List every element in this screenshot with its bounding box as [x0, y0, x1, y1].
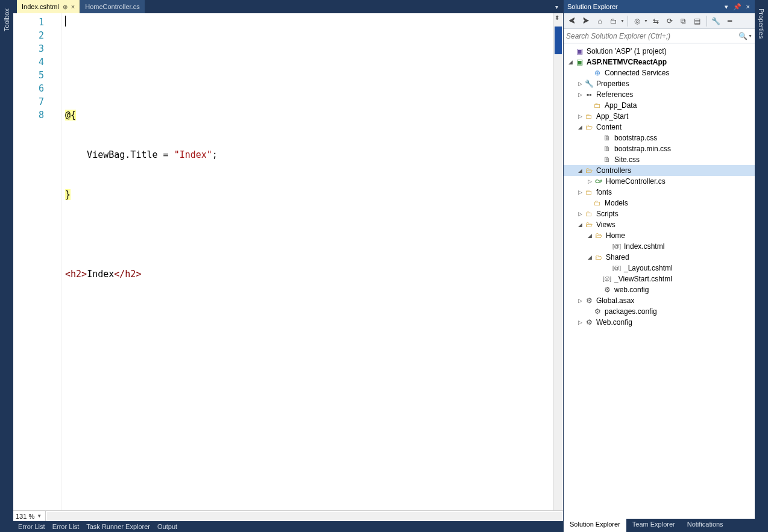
tree-models[interactable]: 🗀Models: [564, 198, 755, 208]
tree-views[interactable]: ◢🗁Views: [564, 219, 755, 230]
home-icon[interactable]: ⌂: [594, 15, 606, 27]
tab-task-runner[interactable]: Task Runner Explorer: [86, 523, 150, 530]
tab-error-list-2[interactable]: Error List: [52, 523, 80, 530]
zoom-selector[interactable]: 131 % ▼: [13, 511, 46, 521]
back-icon[interactable]: ⮜: [566, 15, 578, 27]
properties-tab[interactable]: Properties: [757, 5, 766, 42]
tab-output[interactable]: Output: [157, 523, 177, 530]
pin-icon[interactable]: 📌: [732, 3, 743, 11]
pin-icon[interactable]: ⊕: [63, 4, 68, 10]
panel-title-bar: Solution Explorer ▾ 📌 ×: [564, 0, 755, 13]
close-icon[interactable]: ×: [71, 3, 75, 10]
horizontal-scrollbar[interactable]: [47, 512, 562, 521]
panel-menu-icon[interactable]: ▾: [723, 3, 729, 11]
vertical-scrollbar[interactable]: ⬍: [553, 13, 563, 510]
tree-connected-services[interactable]: ⊕Connected Services: [564, 67, 755, 78]
refresh-icon[interactable]: ⟳: [664, 15, 676, 27]
tree-web-config[interactable]: ▷⚙Web.config: [564, 317, 755, 328]
tab-error-list[interactable]: Error List: [18, 523, 45, 530]
solution-tree[interactable]: ▣Solution 'ASP' (1 project) ◢▣ASP.NETMVC…: [564, 43, 755, 519]
right-sidebar: Properties: [755, 0, 768, 532]
tree-scripts[interactable]: ▷🗀Scripts: [564, 208, 755, 219]
tree-bootstrap-min-css[interactable]: 🗎bootstrap.min.css: [564, 143, 755, 154]
split-icon[interactable]: ⬍: [555, 14, 559, 21]
tree-viewstart[interactable]: [@]_ViewStart.cshtml: [564, 274, 755, 284]
line-number-gutter: 1 2 3 4 5 6 7 8: [13, 13, 61, 510]
tree-references[interactable]: ▷▪▪References: [564, 89, 755, 100]
tree-bootstrap-css[interactable]: 🗎bootstrap.css: [564, 133, 755, 143]
forward-icon[interactable]: ⮞: [580, 15, 592, 27]
text-cursor: [65, 16, 66, 27]
tab-team-explorer[interactable]: Team Explorer: [626, 519, 681, 532]
tree-properties[interactable]: ▷🔧Properties: [564, 78, 755, 89]
tab-solution-explorer[interactable]: Solution Explorer: [564, 519, 626, 532]
editor-area: Index.cshtml ⊕ × HomeController.cs ▾ 1 2…: [13, 0, 563, 532]
tree-global-asax[interactable]: ▷⚙Global.asax: [564, 295, 755, 306]
editor-bottom-bar: 131 % ▼: [13, 510, 563, 521]
tab-label: Index.cshtml: [22, 3, 59, 10]
panel-bottom-tabs: Solution Explorer Team Explorer Notifica…: [564, 519, 755, 532]
tree-project[interactable]: ◢▣ASP.NETMVCReactApp: [564, 57, 755, 67]
tree-solution[interactable]: ▣Solution 'ASP' (1 project): [564, 46, 755, 57]
panel-toolbar: ⮜ ⮞ ⌂ 🗀▼ ◎▼ ⇆ ⟳ ⧉ ▤ 🔧 ━: [564, 13, 755, 29]
tab-index-cshtml[interactable]: Index.cshtml ⊕ ×: [17, 0, 80, 13]
tree-controllers[interactable]: ◢🗁Controllers: [564, 165, 755, 176]
tree-webconfig-views[interactable]: ⚙web.config: [564, 284, 755, 295]
show-all-icon[interactable]: ▤: [691, 15, 703, 27]
tree-home-controller[interactable]: ▷C#HomeController.cs: [564, 176, 755, 187]
solution-explorer-panel: Solution Explorer ▾ 📌 × ⮜ ⮞ ⌂ 🗀▼ ◎▼ ⇆ ⟳ …: [563, 0, 755, 532]
left-sidebar: Toolbox: [0, 0, 13, 532]
preview-icon[interactable]: ━: [724, 15, 736, 27]
search-icon[interactable]: 🔍: [737, 32, 749, 40]
properties-icon[interactable]: 🔧: [710, 15, 722, 27]
folder-view-icon[interactable]: 🗀: [608, 15, 620, 27]
scope-icon[interactable]: ◎: [631, 15, 643, 27]
tab-label: HomeController.cs: [85, 3, 139, 10]
search-input[interactable]: [566, 32, 737, 40]
tree-home-folder[interactable]: ◢🗁Home: [564, 230, 755, 241]
chevron-down-icon: ▼: [37, 513, 42, 519]
tree-content[interactable]: ◢🗁Content: [564, 122, 755, 133]
document-tab-bar: Index.cshtml ⊕ × HomeController.cs ▾: [13, 0, 563, 13]
sync-icon[interactable]: ⇆: [650, 15, 662, 27]
close-icon[interactable]: ×: [745, 3, 751, 10]
tree-fonts[interactable]: ▷🗀fonts: [564, 187, 755, 198]
tree-app-data[interactable]: 🗀App_Data: [564, 100, 755, 111]
tab-overflow-icon[interactable]: ▾: [553, 4, 561, 10]
tree-shared-folder[interactable]: ◢🗁Shared: [564, 252, 755, 263]
search-row: 🔍▼: [564, 29, 755, 43]
bottom-tool-tabs: Error List Error List Task Runner Explor…: [13, 521, 563, 532]
tab-notifications[interactable]: Notifications: [681, 519, 729, 532]
tree-layout-cshtml[interactable]: [@]_Layout.cshtml: [564, 263, 755, 274]
tree-packages-config[interactable]: ⚙packages.config: [564, 306, 755, 317]
code-editor[interactable]: 1 2 3 4 5 6 7 8 @{ ViewBag.Title = "Inde…: [13, 13, 563, 510]
toolbox-tab[interactable]: Toolbox: [2, 5, 11, 35]
collapse-icon[interactable]: ⧉: [678, 15, 690, 27]
tree-app-start[interactable]: ▷🗀App_Start: [564, 111, 755, 122]
panel-title: Solution Explorer: [567, 3, 618, 10]
tree-site-css[interactable]: 🗎Site.css: [564, 154, 755, 165]
scroll-marker: [555, 27, 562, 54]
tab-home-controller[interactable]: HomeController.cs: [80, 0, 145, 13]
code-content[interactable]: @{ ViewBag.Title = "Index"; } <h2>Index<…: [61, 13, 553, 510]
tree-index-cshtml[interactable]: [@]Index.cshtml: [564, 241, 755, 252]
